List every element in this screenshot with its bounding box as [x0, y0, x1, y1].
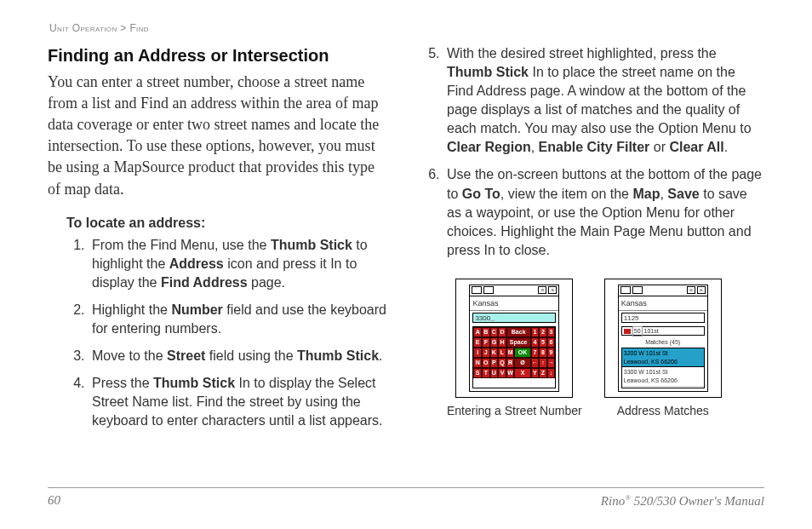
breadcrumb-sub: ind — [136, 22, 149, 34]
figures-row: ≡ × Kansas 3300_ ABCDBack123 EFGHSpace45… — [447, 279, 764, 419]
titlebar-box-icon — [483, 286, 494, 294]
column-left: Finding an Address or Intersection You c… — [48, 44, 391, 440]
match-row: 3300 W 101st StLeawood, KS 66206 — [622, 367, 704, 386]
step-5: With the desired street highlighted, pre… — [443, 44, 764, 157]
step-2: Highlight the Number field and use the k… — [89, 301, 391, 338]
step-3: Move to the Street field using the Thumb… — [89, 347, 391, 365]
intro-paragraph: You can enter a street number, choose a … — [48, 72, 391, 200]
state-field: Kansas — [470, 296, 558, 311]
state-field: Kansas — [619, 296, 707, 311]
onscreen-keyboard: ABCDBack123 EFGHSpace456 IJKLMOK789 NOPQ… — [472, 326, 556, 388]
subheading: To locate an address: — [66, 214, 391, 233]
titlebar-menu-icon: ≡ — [538, 286, 546, 294]
breadcrumb-section: nit — [57, 22, 72, 34]
device-titlebar: ≡ × — [619, 285, 707, 296]
device-screenshot-keyboard: ≡ × Kansas 3300_ ABCDBack123 EFGHSpace45… — [469, 285, 559, 392]
page-footer: 60 Rino® 520/530 Owner's Manual — [48, 487, 764, 509]
titlebar-menu-icon: ≡ — [687, 286, 695, 294]
matches-list: 3200 W 101st StLeawood, KS 66206 3300 W … — [621, 348, 705, 388]
step-6: Use the on-screen buttons at the bottom … — [443, 165, 764, 259]
matches-header: Matches (45) — [619, 338, 707, 347]
breadcrumb: Unit Operation > Find — [49, 22, 764, 34]
breadcrumb-sep: > — [120, 22, 126, 34]
step-1: From the Find Menu, use the Thumb Stick … — [89, 236, 391, 292]
titlebar-box-icon — [632, 286, 643, 294]
figure-2-image: ≡ × Kansas 1125 50101st Matches (45) 320… — [604, 279, 722, 398]
titlebar-box-icon — [472, 286, 482, 294]
caret-icon: _ — [490, 313, 494, 323]
figure-1: ≡ × Kansas 3300_ ABCDBack123 EFGHSpace45… — [447, 279, 582, 419]
match-row-selected: 3200 W 101st StLeawood, KS 66206 — [622, 348, 704, 367]
number-input: 1125 — [621, 313, 705, 323]
steps-right: With the desired street highlighted, pre… — [425, 44, 764, 260]
device-screenshot-matches: ≡ × Kansas 1125 50101st Matches (45) 320… — [618, 285, 708, 392]
page-number: 60 — [48, 493, 60, 509]
titlebar-close-icon: × — [697, 286, 706, 294]
number-input: 3300_ — [472, 313, 556, 323]
column-right: With the desired street highlighted, pre… — [421, 44, 764, 440]
badge-icon: 50 — [632, 326, 643, 336]
marker-icon — [624, 329, 631, 334]
figure-1-image: ≡ × Kansas 3300_ ABCDBack123 EFGHSpace45… — [455, 279, 573, 398]
footer-product: Rino® 520/530 Owner's Manual — [601, 493, 764, 509]
titlebar-close-icon: × — [548, 286, 557, 294]
figure-2-caption: Address Matches — [617, 403, 709, 419]
steps-left: From the Find Menu, use the Thumb Stick … — [70, 236, 391, 431]
section-heading: Finding an Address or Intersection — [48, 44, 391, 68]
device-titlebar: ≡ × — [470, 285, 558, 296]
figure-1-caption: Entering a Street Number — [447, 403, 582, 419]
breadcrumb-section-first: U — [49, 22, 57, 34]
street-field: 50101st — [621, 326, 705, 336]
titlebar-box-icon — [620, 286, 631, 294]
figure-2: ≡ × Kansas 1125 50101st Matches (45) 320… — [604, 279, 722, 419]
step-4: Press the Thumb Stick In to display the … — [89, 374, 391, 430]
